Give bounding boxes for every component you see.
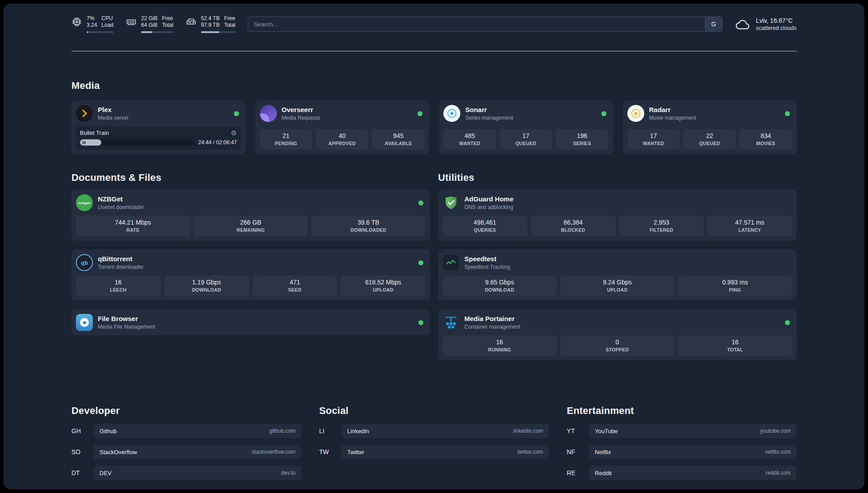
stat-upload: 9.24 Gbps UPLOAD [560, 276, 675, 296]
nzbget-card[interactable]: nzbget NZBGet Usenet downloader 744.21 M… [71, 190, 430, 241]
app-subtitle: Series management [465, 115, 513, 121]
stat-downloaded: 39.6 TB DOWNLOADED [311, 216, 426, 236]
section-utilities: Utilities AdGuard Home DNS and adblockin… [438, 172, 797, 369]
speedtest-stats: 9.65 Gbps DOWNLOAD 9.24 Gbps UPLOAD 0.99… [442, 276, 792, 296]
radarr-card[interactable]: Radarr Movie management 17 WANTED 22 QUE… [623, 100, 797, 154]
app-subtitle: Container management [464, 324, 520, 330]
weather-condition: scattered clouds [756, 25, 797, 31]
settings-gear-icon[interactable]: ⚙ [231, 130, 237, 136]
sonarr-header: Sonarr Series management [443, 105, 609, 122]
stat-rate: 744.21 Mbps RATE [76, 216, 190, 236]
speedtest-icon [442, 254, 459, 271]
cpu-values: 7% 3.24 [87, 15, 97, 29]
section-title-entertainment: Entertainment [567, 405, 797, 417]
app-name: Media Portainer [464, 315, 520, 322]
bookmark-link[interactable]: DEV dev.to [94, 466, 301, 480]
search-input[interactable] [248, 17, 705, 31]
stat-ping: 0.993 ms PING [678, 276, 792, 296]
overseerr-card[interactable]: Overseerr Media Requests 21 PENDING 40 A… [255, 100, 430, 154]
adguard-shield-icon [442, 194, 459, 211]
disk-metric: 52.4 TB 97.9 TB Free Total [186, 15, 235, 33]
portainer-icon [442, 314, 459, 331]
app-name: NZBGet [98, 195, 144, 203]
bookmark-link[interactable]: StackOverflow stackoverflow.com [94, 445, 301, 459]
cpu-labels: CPU Load [101, 15, 113, 29]
disk-values: 52.4 TB 97.9 TB [201, 15, 220, 29]
section-title-utilities: Utilities [438, 172, 797, 184]
qbittorrent-card[interactable]: qb qBittorrent Torrent downloader 16 LEE… [71, 250, 430, 301]
filebrowser-card[interactable]: File Browser Media File Management [71, 309, 430, 335]
disk-icon [186, 17, 196, 27]
filebrowser-icon [76, 314, 93, 331]
status-dot [785, 320, 790, 325]
dashboard-root: 7% 3.24 CPU Load [4, 4, 864, 489]
bookmark-abbr: SO [71, 448, 94, 455]
plex-header: Plex Media server [76, 105, 241, 122]
adguard-stats: 498,461 QUERIES 86,384 BLOCKED 2,953 FIL… [442, 216, 792, 236]
playback-progress-bar[interactable] [80, 139, 194, 146]
qbittorrent-header: qb qBittorrent Torrent downloader [76, 254, 426, 271]
bookmark-link[interactable]: Twitter twitter.com [342, 445, 549, 459]
sonarr-icon [443, 105, 460, 122]
stat-remaining: 266 GB REMAINING [194, 216, 308, 236]
stat-total: 16 TOTAL [678, 335, 792, 356]
portainer-stats: 16 RUNNING 0 STOPPED 16 TOTAL [442, 335, 792, 356]
stat-approved: 40 APPROVED [316, 129, 368, 150]
ram-labels: Free Total [162, 15, 173, 29]
adguard-header: AdGuard Home DNS and adblocking [442, 194, 792, 211]
overseerr-icon [260, 105, 277, 122]
app-name: Overseerr [282, 106, 321, 113]
filebrowser-header: File Browser Media File Management [76, 314, 426, 331]
topbar-divider [71, 51, 797, 51]
stat-filtered: 2,953 FILTERED [619, 216, 704, 236]
bookmark-abbr: NF [567, 448, 589, 455]
adguard-card[interactable]: AdGuard Home DNS and adblocking 498,461 … [438, 190, 797, 241]
ram-metric: 22 GiB 64 GiB Free Total [126, 15, 173, 33]
section-title-media: Media [71, 80, 797, 92]
bookmark-link[interactable]: Github github.com [94, 424, 301, 438]
qbittorrent-stats: 16 LEECH 1.19 Gbps DOWNLOAD 471 SEED 618… [76, 276, 426, 296]
stat-queued: 22 QUEUED [683, 129, 736, 150]
disk-progress-bar [201, 31, 235, 33]
pause-icon [83, 141, 85, 144]
ram-icon [126, 17, 137, 27]
app-subtitle: Movie management [649, 115, 696, 121]
bookmark-reddit: RE Reddit reddit.com [567, 466, 797, 480]
section-title-social: Social [319, 405, 549, 417]
bookmark-link[interactable]: Reddit reddit.com [589, 466, 797, 480]
portainer-card[interactable]: Media Portainer Container management 16 … [438, 309, 797, 360]
app-subtitle: Speedtest Tracking [464, 264, 510, 270]
status-dot [785, 111, 790, 116]
nzbget-header: nzbget NZBGet Usenet downloader [76, 194, 426, 211]
section-media: Media Plex Media server [71, 80, 797, 154]
plex-card[interactable]: Plex Media server Bullet Train ⚙ [71, 100, 246, 154]
stat-leech: 16 LEECH [76, 276, 161, 296]
stat-pending: 21 PENDING [260, 129, 313, 150]
bookmark-netflix: NF Netflix netflix.com [567, 445, 797, 459]
bookmark-link[interactable]: LinkedIn linkedin.com [342, 424, 549, 438]
speedtest-header: Speedtest Speedtest Tracking [442, 254, 792, 271]
overseerr-header: Overseerr Media Requests [260, 105, 425, 122]
qbittorrent-icon: qb [76, 254, 93, 271]
bookmarks: Developer GH Github github.com SO StackO… [71, 405, 797, 487]
bookmark-link[interactable]: Netflix netflix.com [589, 445, 797, 459]
section-title-developer: Developer [71, 405, 301, 417]
section-entertainment: Entertainment YT YouTube youtube.com NF … [567, 405, 797, 487]
search-engine-button[interactable]: G [705, 17, 722, 31]
media-grid: Plex Media server Bullet Train ⚙ [71, 100, 797, 154]
app-name: Plex [98, 106, 129, 113]
bookmark-abbr: YT [567, 427, 589, 435]
bookmark-dev: DT DEV dev.to [71, 466, 301, 480]
bookmark-abbr: LI [319, 427, 342, 435]
bookmark-abbr: DT [71, 469, 94, 476]
stat-blocked: 86,384 BLOCKED [531, 216, 616, 236]
sonarr-card[interactable]: Sonarr Series management 485 WANTED 17 Q… [439, 100, 613, 154]
speedtest-card[interactable]: Speedtest Speedtest Tracking 9.65 Gbps D… [438, 250, 797, 301]
bookmark-link[interactable]: YouTube youtube.com [589, 424, 797, 438]
stat-queries: 498,461 QUERIES [442, 216, 527, 236]
radarr-icon [627, 105, 644, 122]
stat-upload: 618.52 Mbps UPLOAD [341, 276, 426, 296]
app-subtitle: Media server [98, 115, 129, 121]
radarr-stats: 17 WANTED 22 QUEUED 834 MOVIES [627, 129, 793, 150]
plex-now-playing: Bullet Train ⚙ 24:44 / 02:06:47 [76, 126, 241, 150]
